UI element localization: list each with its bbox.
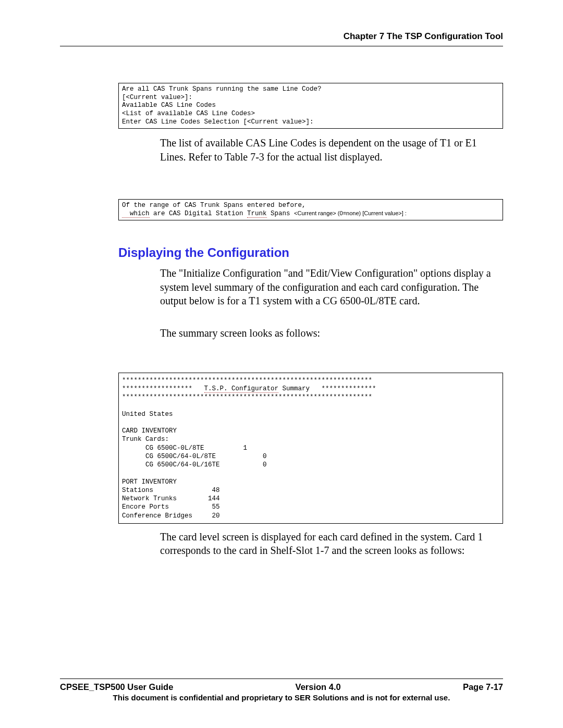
code-fragment: Spans [267,210,295,217]
paragraph: The card level screen is displayed for e… [160,530,503,558]
content-area: Are all CAS Trunk Spans running the same… [60,83,503,558]
paragraph: The list of available CAS Line Codes is … [160,136,503,164]
footer-confidential-note: This document is confidential and propri… [60,693,503,702]
code-line: Of the range of CAS Trunk Spans entered … [122,202,306,209]
code-line: Trunk Cards: [122,436,169,443]
code-fragment: ****************** [122,385,204,392]
terminal-box-summary: ****************************************… [118,373,503,524]
code-line: Enter CAS Line Codes Selection [<Current… [122,118,314,126]
code-line: Network Trunks 144 [122,495,220,502]
code-line: Are all CAS Trunk Spans running the same… [122,85,322,93]
code-fragment: are CAS Digital Station [150,210,248,217]
code-line: <List of available CAS Line Codes> [122,110,255,117]
code-line: Available CAS Line Codes [122,102,216,109]
code-line: CG 6500C/64-0L/8TE 0 [122,453,267,460]
footer-rule [60,678,503,679]
code-line: CG 6500C/64-0L/16TE 0 [122,461,267,468]
terminal-box-cas-trunk-spans: Of the range of CAS Trunk Spans entered … [118,199,503,220]
code-line: CARD INVENTORY [122,427,177,435]
footer-row: CPSEE_TSP500 User Guide Version 4.0 Page… [60,682,503,692]
page-footer: CPSEE_TSP500 User Guide Version 4.0 Page… [60,678,503,702]
code-line: ****************************************… [122,393,372,401]
code-fragment-underlined: T.S.P. Configurator [204,385,279,393]
code-line: United States [122,411,173,418]
page-header: Chapter 7 The TSP Configuration Tool [60,31,503,46]
terminal-box-cas-line-codes: Are all CAS Trunk Spans running the same… [118,83,503,129]
code-line: Conference Bridges 20 [122,512,220,520]
code-line: ****************************************… [122,377,372,384]
paragraph: The "Initialize Configuration "and "Edit… [160,266,503,307]
footer-left: CPSEE_TSP500 User Guide [60,682,173,692]
paragraph: The summary screen looks as follows: [160,326,503,340]
footer-right: Page 7-17 [463,682,503,692]
code-fragment: Summary ************** [278,385,376,392]
code-line: PORT INVENTORY [122,478,177,486]
code-line: CG 6500C-0L/8TE 1 [122,445,247,452]
footer-center: Version 4.0 [296,682,341,692]
code-line: Stations 48 [122,487,220,494]
section-heading: Displaying the Configuration [118,245,503,260]
page: Chapter 7 The TSP Configuration Tool Are… [0,0,563,728]
code-line: [<Current value>]: [122,94,192,101]
code-line: Encore Ports 55 [122,503,220,511]
code-fragment-underlined: Trunk [247,210,267,218]
code-fragment-small: <Current range> (0=none) [Current value>… [294,210,407,216]
code-fragment-underlined: which [122,210,150,218]
